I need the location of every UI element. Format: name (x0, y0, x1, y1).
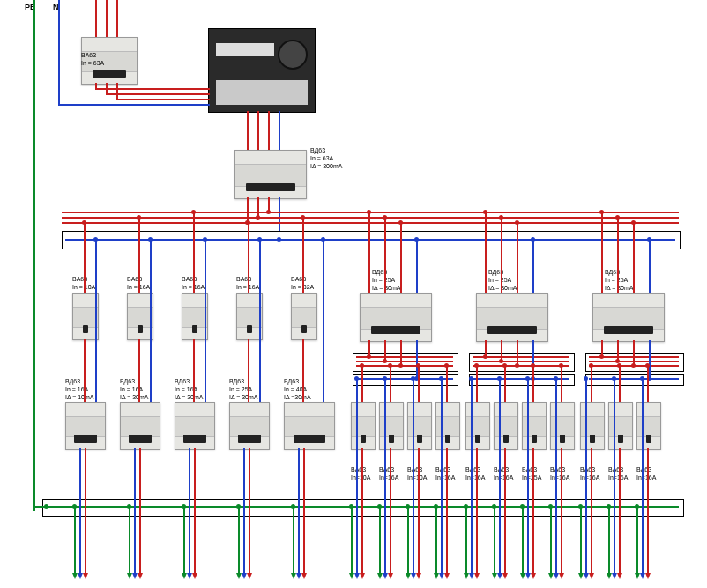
row2-lbl-0: ВД63 In = 16A IΔ = 10mA (65, 377, 94, 401)
output-arrow-red (83, 573, 88, 579)
row2-lbl-3: ВД63 In = 25A IΔ = 30mA (229, 377, 258, 401)
row3-mcb-8 (580, 402, 605, 450)
row2-rcd-0 (65, 402, 106, 450)
output-arrow-red (531, 573, 536, 579)
output-arrow-red (360, 573, 365, 579)
output-arrow-red (589, 573, 594, 579)
row3-mcb-1 (379, 402, 404, 450)
row2-lbl-2: ВД63 In = 16A IΔ = 30mA (175, 377, 204, 401)
row1-rcd-0 (360, 293, 432, 342)
row2-rcd-3 (229, 402, 270, 450)
output-arrow-red (301, 573, 307, 579)
output-arrow-red (416, 573, 421, 579)
row3-mcb-10 (636, 402, 661, 450)
row2-rcd-1 (120, 402, 160, 450)
row3-mcb-6 (522, 402, 547, 450)
meter-dial (278, 40, 308, 70)
l2-incoming (106, 0, 108, 37)
row3-mcb-3 (435, 402, 460, 450)
l1-incoming (95, 0, 97, 37)
output-arrow-red (444, 573, 450, 579)
output-arrow-red (617, 573, 622, 579)
output-arrow-red (559, 573, 564, 579)
row2-lbl-4: ВД63 In = 40A IΔ =30mA (284, 377, 311, 401)
row3-mcb-4 (465, 402, 490, 450)
meter-plate (216, 80, 308, 105)
row3-mcb-5 (494, 402, 518, 450)
n-incoming-line (58, 0, 60, 104)
meter-display (216, 43, 274, 56)
row3-mcb-0 (351, 402, 376, 450)
row1-rcd-2 (592, 293, 665, 342)
main-breaker-model: BA63 (81, 52, 96, 58)
subbus-2-n (585, 374, 684, 386)
busbar-l2 (62, 217, 679, 219)
output-arrow-red (192, 573, 197, 579)
pe-incoming-line (33, 0, 35, 511)
row3-mcb-7 (550, 402, 575, 450)
output-arrow-red (138, 573, 143, 579)
main-rcd-label: ВД63 In = 63A IΔ = 300mA (310, 146, 342, 170)
row3-mcb-2 (407, 402, 432, 450)
output-arrow-red (645, 573, 651, 579)
l3-incoming (116, 0, 118, 37)
row1-rcd-lbl-2: ВД63 In = 25A IΔ = 30mA (605, 268, 634, 292)
subbus-1-n (469, 374, 575, 386)
row2-lbl-1: ВД63 In = 16A IΔ = 30mA (120, 377, 149, 401)
main-rcd (234, 150, 307, 199)
row2-rcd-4 (284, 402, 335, 450)
energy-meter (208, 28, 316, 113)
row1-mcb-4 (291, 293, 317, 340)
row3-mcb-9 (608, 402, 633, 450)
output-arrow-red (502, 573, 508, 579)
busbar-n (65, 239, 675, 241)
wiring-diagram: PE N BA63 In = 63A ВД63 In = 63A IΔ = 30… (0, 0, 707, 588)
row2-rcd-2 (175, 402, 215, 450)
main-breaker-rating: In = 63A (81, 60, 104, 66)
busbar-l3 (62, 222, 679, 224)
output-arrow-red (247, 573, 252, 579)
row1-rcd-lbl-1: ВД63 In = 25A IΔ = 30mA (488, 268, 517, 292)
row1-rcd-1 (476, 293, 548, 342)
output-arrow-red (474, 573, 480, 579)
output-arrow-red (388, 573, 393, 579)
row1-rcd-lbl-0: ВД63 In = 25A IΔ = 30mA (372, 268, 401, 292)
